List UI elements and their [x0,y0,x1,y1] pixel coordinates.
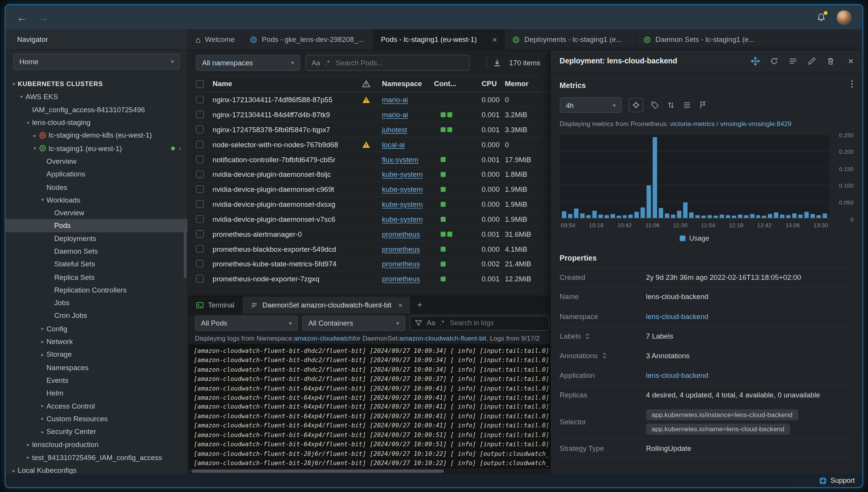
sidebar-item-storage[interactable]: ▸Storage [5,348,187,361]
support-button[interactable]: Support [830,477,855,484]
tab-deployments-lc-staging1-e[interactable]: Deployments - lc-staging1 (e... [505,29,636,50]
pod-row-prometheus-alertmanager-0[interactable]: prometheus-alertmanager-0prometheus0.001… [188,227,550,242]
sidebar-item-overview[interactable]: Overview [5,155,187,168]
sidebar-item-helm[interactable]: Helm [5,387,187,400]
sidebar-item-deployments[interactable]: Deployments [5,232,187,245]
tag-icon[interactable] [651,101,659,110]
namespace-link[interactable]: prometheus [382,260,420,268]
column-header-name[interactable]: Name [212,80,362,88]
notifications-bell-icon[interactable] [815,12,826,23]
refresh-icon[interactable] [770,57,779,66]
tab-welcome[interactable]: ⌂Welcome [188,29,242,50]
open-in-window-icon[interactable] [751,57,760,66]
namespace-link[interactable]: prometheus [382,245,420,253]
select-all-checkbox[interactable] [196,80,204,88]
chevron-right-icon[interactable]: ▸ [10,468,18,473]
column-header-namespace[interactable]: Namespace [382,80,434,88]
chevron-right-icon[interactable]: ▸ [39,403,47,409]
new-dock-tab-button[interactable]: + [411,296,429,314]
row-checkbox[interactable] [196,230,204,238]
chevron-right-icon[interactable]: ▸ [31,133,39,138]
tab-pods-lc-staging1-eu-west-1[interactable]: Pods - lc-staging1 (eu-west-1)× [374,29,505,50]
namespace-link[interactable]: kube-system [382,170,423,178]
row-checkbox[interactable] [196,111,204,118]
filter-icon[interactable] [415,319,422,327]
sidebar-item-test-841310725496-iam-config-access[interactable]: ▸test_841310725496_IAM_config_access [5,451,187,464]
sidebar-item-config[interactable]: ▸Config [5,322,187,335]
pod-row-nginx-1721304411-74df86f588-87p55[interactable]: nginx-1721304411-74df86f588-87p55mario-a… [188,92,550,107]
terminal-tab[interactable]: Terminal [188,296,242,314]
user-avatar[interactable] [836,10,851,25]
sidebar-item-lc-staging1-eu-west-1[interactable]: ▾lc-staging1 (eu-west-1)› [5,142,187,155]
chevron-right-icon[interactable]: ▸ [24,442,32,447]
pod-row-prometheus-node-exporter-7zgxq[interactable]: prometheus-node-exporter-7zgxqprometheus… [188,271,550,286]
tab-daemon-sets-lc-staging1-e[interactable]: Daemon Sets - lc-staging1 (e... [636,29,767,50]
expand-icon[interactable] [585,333,590,339]
sidebar-item-lens-cloud-staging[interactable]: ▾lens-cloud-staging [5,116,187,129]
sidebar-item-replication-controllers[interactable]: Replication Controllers [5,284,187,297]
row-checkbox[interactable] [196,126,204,133]
sidebar-item-pods[interactable]: Pods [5,219,187,232]
chevron-right-icon[interactable]: ▸ [39,429,47,434]
column-header-cpu[interactable]: CPU [471,80,505,88]
sidebar-item-stateful-sets[interactable]: Stateful Sets [5,258,187,271]
chevron-down-icon[interactable]: ▾ [31,146,39,151]
sidebar-item-cron-jobs[interactable]: Cron Jobs [5,309,187,322]
row-checkbox[interactable] [196,275,204,283]
row-checkbox[interactable] [196,260,204,268]
namespace-link[interactable]: kube-system [382,200,423,208]
sidebar-item-applications[interactable]: Applications [5,168,187,181]
sidebar-item-daemon-sets[interactable]: Daemon Sets [5,245,187,258]
regex-toggle[interactable]: .* [325,59,330,66]
column-header-containers[interactable]: Cont... [434,80,471,88]
edit-pencil-icon[interactable] [807,57,816,66]
namespace-link[interactable]: mario-ai [382,95,408,104]
sidebar-item-overview[interactable]: Overview [5,206,187,219]
sidebar-item-namespaces[interactable]: Namespaces [5,361,187,374]
row-checkbox[interactable] [196,200,204,208]
chevron-right-icon[interactable]: ▸ [39,352,47,357]
namespace-link[interactable]: local-ai [382,140,405,149]
menu-lines-icon[interactable] [788,57,798,66]
pods-search[interactable]: Aa .* [305,55,469,71]
daemonset-link[interactable]: amazon-cloudwatch-fluent-bit [399,334,486,342]
sidebar-item-events[interactable]: Events [5,374,187,387]
prometheus-link[interactable]: victoria-metrics [670,120,715,128]
scrollbar-thumb[interactable] [192,470,444,473]
sidebar-item-custom-resources[interactable]: ▸Custom Resources [5,412,187,426]
pod-row-nvidia-device-plugin-daemonset-v7sc6[interactable]: nvidia-device-plugin-daemonset-v7sc6kube… [188,212,550,227]
chevron-down-icon[interactable]: ▾ [18,94,25,100]
chevron-down-icon[interactable]: ▾ [39,197,47,203]
row-checkbox[interactable] [196,155,204,163]
download-icon[interactable] [492,58,501,67]
flag-icon[interactable] [699,101,708,110]
row-checkbox[interactable] [196,245,204,253]
sidebar-item-access-control[interactable]: ▸Access Control [5,399,187,412]
horizontal-scrollbar[interactable] [188,469,550,474]
logs-search[interactable]: Aa .* [410,316,549,331]
sidebar-item-kubernetes-clusters[interactable]: ▾KUBERNETES CLUSTERS [5,77,187,90]
property-link[interactable]: lens-cloud-backend [646,371,708,380]
row-checkbox[interactable] [196,96,204,103]
sidebar-item-aws-eks[interactable]: ▾AWS EKS [5,90,187,103]
namespace-link[interactable]: prometheus [382,274,420,283]
prometheus-endpoint-link[interactable]: vmsingle-vmsingle:8429 [720,120,791,128]
namespace-link[interactable]: mario-ai [382,110,408,119]
row-checkbox[interactable] [196,215,204,223]
close-drawer-icon[interactable]: × [848,57,853,66]
chevron-down-icon[interactable]: ▾ [10,81,18,86]
sidebar-item-jobs[interactable]: Jobs [5,296,187,309]
forward-button[interactable]: → [38,12,48,22]
namespace-select[interactable]: All namespaces ▾ [196,55,300,71]
chevron-right-icon[interactable]: ▸ [24,455,32,460]
kebab-menu-icon[interactable] [850,80,854,91]
crosshair-icon[interactable] [629,98,643,112]
sidebar-item-workloads[interactable]: ▾Workloads [5,193,187,206]
logs-tab[interactable]: DaemonSet amazon-cloudwatch-fluent-bit × [243,296,411,314]
catalog-select[interactable]: Home ▾ [13,54,180,70]
pod-row-nginx-1721304411-84d4ff7d4b-87tk9[interactable]: nginx-1721304411-84d4ff7d4b-87tk9mario-a… [188,107,550,122]
sidebar-item-iam-config-access-841310725496[interactable]: IAM_config_access-841310725496 [5,103,187,116]
search-pods-input[interactable] [335,58,463,67]
sidebar-item-network[interactable]: ▸Network [5,335,187,348]
expand-icon[interactable] [601,352,607,359]
